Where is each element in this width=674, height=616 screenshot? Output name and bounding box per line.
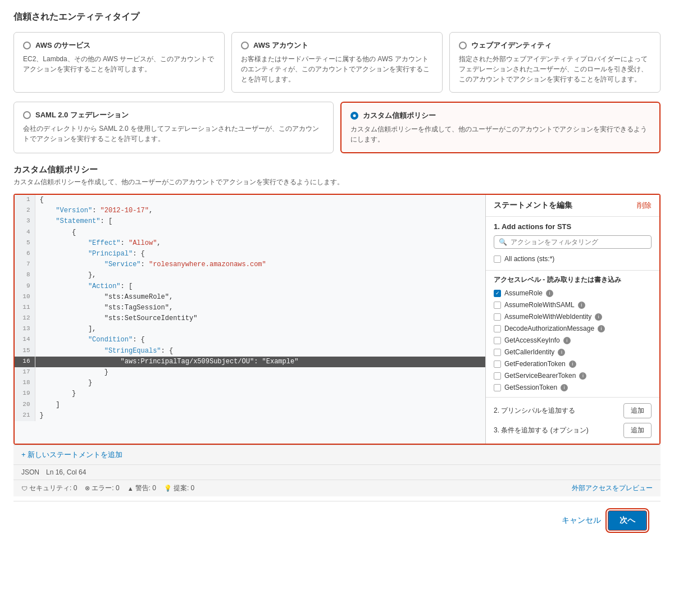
- action-checkbox-getaccesskeyinfo[interactable]: [494, 337, 501, 344]
- code-line-10[interactable]: 10 "sts:AssumeRole",: [15, 292, 485, 303]
- entity-card-aws-account-radio[interactable]: [241, 42, 249, 49]
- action-checkbox-getcalleridentity[interactable]: [494, 349, 501, 356]
- condition-add-button[interactable]: 追加: [623, 423, 652, 438]
- delete-link[interactable]: 削除: [637, 200, 652, 211]
- code-line-12[interactable]: 12 "sts:SetSourceIdentity": [15, 313, 485, 324]
- suggestion-icon: 💡: [164, 485, 172, 492]
- right-panel-header: ステートメントを編集 削除: [486, 195, 659, 217]
- action-item-decodeauthorizationmessage[interactable]: DecodeAuthorizationMessagei: [494, 323, 652, 334]
- security-status: 🛡 セキュリティ: 0: [21, 483, 77, 493]
- search-icon: 🔍: [499, 238, 507, 246]
- action-item-assumerole[interactable]: ✓AssumeRolei: [494, 288, 652, 298]
- info-icon-assumerolewithsaml[interactable]: i: [578, 302, 585, 309]
- action-item-getcalleridentity[interactable]: GetCallerIdentityi: [494, 347, 652, 357]
- info-icon-getfederationtoken[interactable]: i: [569, 361, 576, 368]
- code-line-19[interactable]: 19 }: [15, 389, 485, 399]
- code-line-9[interactable]: 9 "Action": [: [15, 281, 485, 292]
- editor-footer: + 新しいステートメントを追加: [13, 445, 661, 464]
- entity-card-web-identity-radio[interactable]: [459, 42, 467, 49]
- info-icon-getaccesskeyinfo[interactable]: i: [563, 337, 571, 344]
- action-checkbox-getfederationtoken[interactable]: [494, 361, 501, 368]
- info-icon-getsessiontoken[interactable]: i: [561, 384, 568, 391]
- principal-add-button[interactable]: 追加: [623, 403, 652, 418]
- all-actions-row[interactable]: All actions (sts:*): [494, 253, 652, 264]
- action-item-getsessiontoken[interactable]: GetSessionTokeni: [494, 382, 652, 393]
- next-button[interactable]: 次へ: [608, 510, 647, 531]
- action-item-assumerolewithsaml[interactable]: AssumeRoleWithSAMLi: [494, 300, 652, 310]
- code-editor[interactable]: 1{2 "Version": "2012-10-17",3 "Statement…: [15, 195, 485, 444]
- suggestion-status: 💡 提案: 0: [164, 483, 194, 493]
- cancel-button[interactable]: キャンセル: [562, 515, 601, 526]
- add-statement-button[interactable]: + 新しいステートメントを追加: [21, 450, 122, 460]
- code-line-4[interactable]: 4 {: [15, 227, 485, 238]
- action-label-getservicebearertoken: GetServiceBearerToken: [504, 372, 576, 380]
- action-label-getfederationtoken: GetFederationToken: [504, 360, 566, 368]
- right-panel: ステートメントを編集 削除 1. Add actions for STS 🔍 A…: [485, 195, 659, 444]
- action-label-assumerolewithwebidentity: AssumeRoleWithWebIdentity: [504, 313, 591, 321]
- code-table: 1{2 "Version": "2012-10-17",3 "Statement…: [15, 195, 485, 421]
- code-line-8[interactable]: 8 },: [15, 270, 485, 281]
- principal-label: 2. プリンシパルを追加する: [494, 406, 575, 416]
- custom-policy-title: カスタム信頼ポリシー: [13, 165, 661, 175]
- entity-card-custom-trust-radio[interactable]: [350, 112, 358, 120]
- scrollable-actions[interactable]: アクセスレベル - 読み取りまたは書き込み ✓AssumeRoleiAssume…: [486, 271, 659, 397]
- panel-footer-row-principal: 2. プリンシパルを追加する 追加: [494, 403, 652, 418]
- entity-card-saml-radio[interactable]: [23, 111, 31, 119]
- code-line-17[interactable]: 17 }: [15, 367, 485, 378]
- action-checkbox-assumerolewithwebidentity[interactable]: [494, 313, 501, 321]
- code-line-13[interactable]: 13 ],: [15, 324, 485, 335]
- action-checkbox-assumerole[interactable]: ✓: [494, 290, 501, 297]
- panel-footer-row-condition: 3. 条件を追加する (オプション) 追加: [494, 423, 652, 438]
- code-line-15[interactable]: 15 "StringEquals": {: [15, 346, 485, 357]
- info-icon-assumerole[interactable]: i: [546, 290, 553, 297]
- bottom-actions: キャンセル 次へ: [13, 501, 661, 540]
- entity-card-aws-service-radio[interactable]: [23, 42, 31, 49]
- code-line-11[interactable]: 11 "sts:TagSession",: [15, 303, 485, 313]
- info-icon-getcalleridentity[interactable]: i: [558, 349, 565, 356]
- action-item-getservicebearertoken[interactable]: GetServiceBearerTokeni: [494, 371, 652, 381]
- action-label-assumerole: AssumeRole: [504, 289, 543, 297]
- actions-section: 1. Add actions for STS 🔍 All actions (st…: [486, 217, 659, 271]
- entity-card-web-identity[interactable]: ウェブアイデンティティ 指定された外部ウェブアイデンティティプロバイダーによって…: [449, 32, 661, 93]
- entity-card-aws-account[interactable]: AWS アカウント お客様またはサードパーティーに属する他の AWS アカウント…: [231, 32, 443, 93]
- code-line-18[interactable]: 18 }: [15, 378, 485, 389]
- code-line-7[interactable]: 7 "Service": "rolesanywhere.amazonaws.co…: [15, 259, 485, 270]
- action-checkbox-getsessiontoken[interactable]: [494, 384, 501, 391]
- code-line-2[interactable]: 2 "Version": "2012-10-17",: [15, 206, 485, 216]
- info-icon-getservicebearertoken[interactable]: i: [579, 372, 586, 380]
- code-line-3[interactable]: 3 "Statement": [: [15, 216, 485, 227]
- right-panel-title: ステートメントを編集: [494, 200, 572, 211]
- entity-card-aws-service[interactable]: AWS のサービス EC2、Lambda、その他の AWS サービスが、このアカ…: [13, 32, 225, 93]
- all-actions-checkbox[interactable]: [494, 255, 501, 263]
- entity-card-web-identity-header: ウェブアイデンティティ: [459, 40, 651, 51]
- warning-icon: ▲: [127, 485, 134, 492]
- code-line-1[interactable]: 1{: [15, 195, 485, 206]
- action-item-getfederationtoken[interactable]: GetFederationTokeni: [494, 359, 652, 369]
- page-container: 信頼されたエンティティタイプ AWS のサービス EC2、Lambda、その他の…: [0, 0, 674, 551]
- condition-label: 3. 条件を追加する (オプション): [494, 426, 589, 435]
- action-label-getsessiontoken: GetSessionToken: [504, 384, 557, 391]
- search-input[interactable]: [511, 238, 646, 246]
- entity-card-aws-service-header: AWS のサービス: [23, 40, 215, 51]
- panel-footer: 2. プリンシパルを追加する 追加 3. 条件を追加する (オプション) 追加: [486, 397, 659, 444]
- code-line-20[interactable]: 20 ]: [15, 400, 485, 410]
- code-line-6[interactable]: 6 "Principal": {: [15, 249, 485, 259]
- action-checkbox-getservicebearertoken[interactable]: [494, 372, 501, 380]
- code-line-21[interactable]: 21}: [15, 410, 485, 421]
- code-line-5[interactable]: 5 "Effect": "Allow",: [15, 238, 485, 249]
- preview-link[interactable]: 外部アクセスをプレビュー: [572, 483, 653, 493]
- status-bar: 🛡 セキュリティ: 0 ⊗ エラー: 0 ▲ 警告: 0 💡 提案: 0 外部ア…: [13, 480, 661, 496]
- code-line-14[interactable]: 14 "Condition": {: [15, 335, 485, 345]
- action-item-getaccesskeyinfo[interactable]: GetAccessKeyInfoi: [494, 335, 652, 345]
- action-checkbox-decodeauthorizationmessage[interactable]: [494, 325, 501, 332]
- warning-status: ▲ 警告: 0: [127, 483, 156, 493]
- entity-card-custom-trust[interactable]: カスタム信頼ポリシー カスタム信頼ポリシーを作成して、他のユーザーがこのアカウン…: [340, 102, 661, 153]
- info-icon-decodeauthorizationmessage[interactable]: i: [598, 325, 605, 332]
- action-item-assumerolewithwebidentity[interactable]: AssumeRoleWithWebIdentityi: [494, 312, 652, 322]
- entity-card-saml[interactable]: SAML 2.0 フェデレーション 会社のディレクトリから SAML 2.0 を…: [13, 102, 334, 153]
- code-line-16[interactable]: 16 "aws:PrincipalTag/x509Subject/OU": "E…: [15, 357, 485, 367]
- search-box: 🔍: [494, 235, 652, 249]
- info-icon-assumerolewithwebidentity[interactable]: i: [595, 313, 602, 321]
- action-checkbox-assumerolewithsaml[interactable]: [494, 302, 501, 309]
- section-title: 信頼されたエンティティタイプ: [13, 11, 661, 23]
